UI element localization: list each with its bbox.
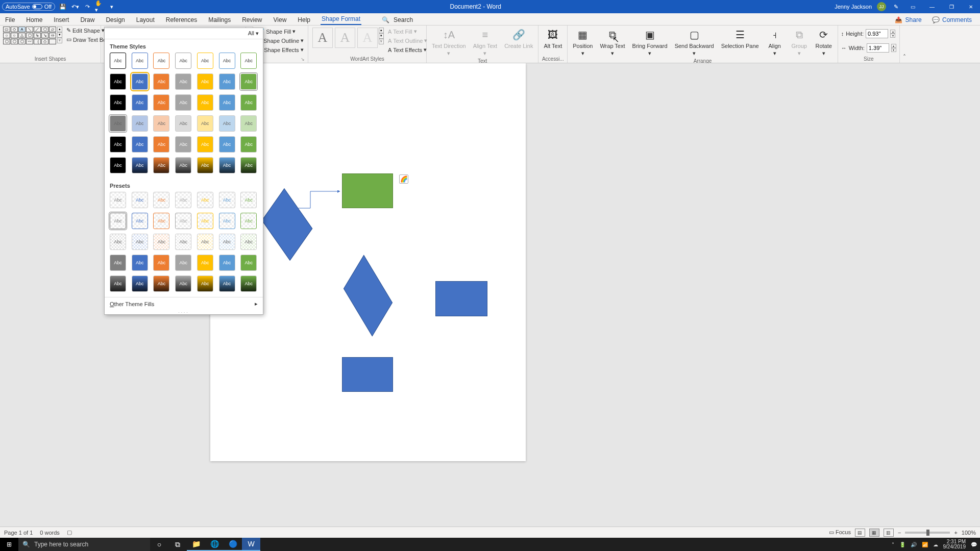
- text-direction-button[interactable]: ↕AText Direction▾: [430, 27, 468, 57]
- preset-style-swatch[interactable]: Abc: [110, 255, 126, 271]
- redo-icon[interactable]: ↷: [83, 2, 92, 11]
- other-theme-fills-button[interactable]: Other Theme Fills ▸: [105, 297, 263, 310]
- theme-style-swatch[interactable]: Abc: [197, 157, 213, 173]
- preset-style-swatch[interactable]: Abc: [219, 192, 235, 208]
- close-icon[interactable]: ✕: [964, 0, 978, 13]
- chrome-icon[interactable]: 🌐: [205, 538, 224, 551]
- autosave-switch[interactable]: [32, 4, 42, 9]
- theme-style-swatch[interactable]: Abc: [110, 136, 126, 153]
- touch-mode-icon[interactable]: ✋▾: [95, 2, 104, 11]
- theme-style-swatch[interactable]: Abc: [175, 94, 191, 111]
- send-backward-button[interactable]: ▢Send Backward▾: [673, 27, 716, 57]
- ribbon-display-icon[interactable]: ▭: [905, 0, 920, 13]
- preset-style-swatch[interactable]: Abc: [153, 234, 169, 250]
- tab-draw[interactable]: Draw: [79, 15, 95, 25]
- theme-style-swatch[interactable]: Abc: [175, 136, 191, 153]
- tab-design[interactable]: Design: [105, 15, 126, 25]
- theme-style-swatch[interactable]: Abc: [240, 73, 257, 90]
- theme-style-swatch[interactable]: Abc: [219, 115, 235, 132]
- zoom-slider[interactable]: [905, 532, 950, 534]
- shapes-gallery-scroll[interactable]: ▴▾▿: [57, 27, 62, 44]
- theme-style-swatch[interactable]: Abc: [240, 157, 257, 173]
- group-button[interactable]: ⧉Group▾: [789, 27, 810, 57]
- create-link-button[interactable]: 🔗Create Link: [502, 27, 535, 50]
- wordart-gallery-scroll[interactable]: ▴▾▿: [379, 28, 384, 48]
- tab-layout[interactable]: Layout: [135, 15, 156, 25]
- text-outline-button[interactable]: A Text Outline ▾: [387, 37, 428, 44]
- height-input[interactable]: [866, 29, 888, 38]
- theme-style-swatch[interactable]: Abc: [240, 94, 257, 111]
- align-button[interactable]: ⫞Align▾: [764, 27, 786, 57]
- theme-style-swatch[interactable]: Abc: [197, 115, 213, 132]
- save-icon[interactable]: 💾: [58, 2, 67, 11]
- preset-style-swatch[interactable]: Abc: [197, 192, 213, 208]
- status-page[interactable]: Page 1 of 1: [4, 530, 33, 536]
- preset-style-swatch[interactable]: Abc: [197, 255, 213, 271]
- taskbar-search[interactable]: 🔍 Type here to search: [18, 538, 150, 551]
- preset-style-swatch[interactable]: Abc: [110, 234, 126, 250]
- theme-style-swatch[interactable]: Abc: [132, 53, 148, 69]
- shape-connector[interactable]: [294, 190, 342, 209]
- view-web-icon[interactable]: ▥: [884, 529, 894, 537]
- preset-style-swatch[interactable]: Abc: [219, 255, 235, 271]
- selection-pane-button[interactable]: ☰Selection Pane: [719, 27, 761, 50]
- preset-style-swatch[interactable]: Abc: [197, 276, 213, 292]
- autosave-toggle[interactable]: AutoSave Off: [2, 3, 55, 11]
- theme-style-swatch[interactable]: Abc: [153, 157, 169, 173]
- shape-fill-button[interactable]: 🪣 Shape Fill ▾: [256, 28, 305, 35]
- user-avatar[interactable]: JJ: [877, 2, 886, 11]
- minimize-icon[interactable]: —: [925, 0, 939, 13]
- tray-onedrive-icon[interactable]: ☁: [933, 542, 938, 547]
- theme-style-swatch[interactable]: Abc: [197, 53, 213, 69]
- preset-style-swatch[interactable]: Abc: [110, 213, 126, 229]
- text-fill-button[interactable]: A Text Fill ▾: [387, 28, 428, 35]
- preset-style-swatch[interactable]: Abc: [240, 213, 257, 229]
- preset-style-swatch[interactable]: Abc: [175, 213, 191, 229]
- tell-me-search[interactable]: 🔍 Search: [381, 15, 414, 25]
- dropdown-filter-all[interactable]: All ▾: [248, 30, 259, 37]
- taskbar-clock[interactable]: 2:31 PM 9/24/2019: [943, 539, 966, 549]
- theme-style-swatch[interactable]: Abc: [110, 115, 126, 132]
- theme-style-swatch[interactable]: Abc: [240, 53, 257, 69]
- theme-style-swatch[interactable]: Abc: [132, 157, 148, 173]
- height-spinner[interactable]: ▴▾: [890, 30, 895, 38]
- theme-style-swatch[interactable]: Abc: [132, 94, 148, 111]
- preset-style-swatch[interactable]: Abc: [175, 276, 191, 292]
- theme-style-swatch[interactable]: Abc: [175, 53, 191, 69]
- preset-style-swatch[interactable]: Abc: [110, 276, 126, 292]
- drawing-mode-icon[interactable]: ✎: [891, 2, 900, 11]
- theme-style-swatch[interactable]: Abc: [175, 157, 191, 173]
- theme-style-swatch[interactable]: Abc: [153, 94, 169, 111]
- theme-style-swatch[interactable]: Abc: [197, 73, 213, 90]
- theme-style-swatch[interactable]: Abc: [110, 157, 126, 173]
- preset-style-swatch[interactable]: Abc: [240, 234, 257, 250]
- customize-qat-icon[interactable]: ▾: [107, 2, 116, 11]
- preset-style-swatch[interactable]: Abc: [219, 213, 235, 229]
- file-explorer-icon[interactable]: 📁: [187, 538, 205, 551]
- tray-battery-icon[interactable]: 🔋: [899, 542, 905, 547]
- theme-style-swatch[interactable]: Abc: [110, 94, 126, 111]
- layout-options-icon[interactable]: 🌈: [399, 174, 408, 184]
- focus-mode-button[interactable]: ▭ Focus: [829, 529, 851, 536]
- theme-style-swatch[interactable]: Abc: [153, 73, 169, 90]
- wordart-style-1[interactable]: A: [312, 28, 333, 48]
- status-spellcheck-icon[interactable]: ▢: [67, 529, 72, 536]
- user-name[interactable]: Jenny Jackson: [835, 4, 872, 10]
- start-button[interactable]: ⊞: [0, 538, 18, 551]
- tab-help[interactable]: Help: [297, 15, 311, 25]
- notifications-icon[interactable]: 💬: [971, 542, 977, 547]
- bring-forward-button[interactable]: ▣Bring Forward▾: [630, 27, 670, 57]
- theme-style-swatch[interactable]: Abc: [240, 136, 257, 153]
- width-spinner[interactable]: ▴▾: [891, 44, 896, 52]
- zoom-level[interactable]: 100%: [962, 530, 976, 536]
- tab-file[interactable]: File: [4, 15, 16, 25]
- preset-style-swatch[interactable]: Abc: [219, 234, 235, 250]
- theme-style-swatch[interactable]: Abc: [175, 115, 191, 132]
- theme-style-swatch[interactable]: Abc: [110, 73, 126, 90]
- preset-style-swatch[interactable]: Abc: [110, 192, 126, 208]
- align-text-button[interactable]: ≡Align Text▾: [471, 27, 500, 57]
- theme-style-swatch[interactable]: Abc: [175, 73, 191, 90]
- preset-style-swatch[interactable]: Abc: [175, 192, 191, 208]
- collapse-ribbon-icon[interactable]: ˄: [900, 26, 909, 63]
- preset-style-swatch[interactable]: Abc: [240, 255, 257, 271]
